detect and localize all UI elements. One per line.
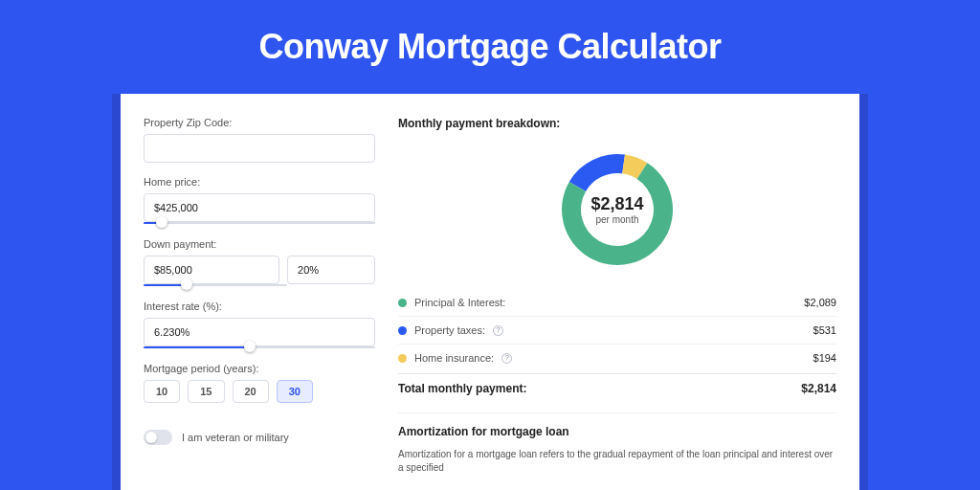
donut-caption: per month bbox=[590, 214, 643, 225]
legend-dot bbox=[398, 354, 407, 363]
total-row: Total monthly payment: $2,814 bbox=[398, 373, 836, 405]
breakdown-donut: $2,814 per month bbox=[398, 138, 836, 281]
veteran-label: I am veteran or military bbox=[182, 432, 289, 443]
breakdown-title: Monthly payment breakdown: bbox=[398, 117, 836, 130]
help-icon[interactable]: ? bbox=[501, 353, 512, 364]
legend-left: Property taxes:? bbox=[398, 324, 503, 336]
page-header: Conway Mortgage Calculator bbox=[0, 0, 980, 94]
slider-thumb[interactable] bbox=[156, 216, 167, 228]
interest-group: Interest rate (%): bbox=[144, 301, 375, 349]
home-price-label: Home price: bbox=[144, 176, 375, 188]
interest-slider[interactable] bbox=[144, 345, 375, 349]
period-option-15[interactable]: 15 bbox=[188, 380, 224, 403]
zip-group: Property Zip Code: bbox=[144, 117, 375, 163]
home-price-input[interactable] bbox=[144, 193, 375, 222]
legend-value: $531 bbox=[813, 324, 836, 336]
page-title: Conway Mortgage Calculator bbox=[0, 0, 980, 94]
veteran-row: I am veteran or military bbox=[144, 430, 375, 445]
down-payment-pct-input[interactable] bbox=[287, 256, 375, 284]
donut-amount: $2,814 bbox=[590, 194, 643, 214]
legend-row: Property taxes:?$531 bbox=[398, 317, 836, 345]
slider-fill bbox=[144, 346, 250, 348]
legend-value: $2,089 bbox=[804, 297, 836, 308]
down-payment-label: Down payment: bbox=[144, 238, 375, 250]
legend-dot bbox=[398, 326, 407, 335]
help-icon[interactable]: ? bbox=[493, 325, 503, 336]
down-payment-group: Down payment: bbox=[144, 238, 375, 287]
legend-dot bbox=[398, 299, 407, 307]
calculator-panel: Property Zip Code: Home price: Down paym… bbox=[121, 94, 859, 490]
down-payment-slider[interactable] bbox=[144, 283, 287, 287]
amortization-section: Amortization for mortgage loan Amortizat… bbox=[398, 412, 836, 475]
inputs-column: Property Zip Code: Home price: Down paym… bbox=[144, 117, 375, 490]
total-value: $2,814 bbox=[801, 382, 836, 395]
legend-label: Property taxes: bbox=[414, 324, 485, 336]
period-label: Mortgage period (years): bbox=[144, 363, 375, 374]
legend-left: Home insurance:? bbox=[398, 352, 512, 364]
home-price-slider[interactable] bbox=[144, 221, 375, 225]
slider-thumb[interactable] bbox=[244, 341, 256, 352]
legend-row: Principal & Interest:$2,089 bbox=[398, 289, 836, 317]
legend-label: Principal & Interest: bbox=[414, 297, 505, 308]
legend-left: Principal & Interest: bbox=[398, 297, 505, 308]
period-option-30[interactable]: 30 bbox=[277, 380, 313, 403]
period-group: Mortgage period (years): 10152030 bbox=[144, 363, 375, 403]
slider-thumb[interactable] bbox=[181, 278, 192, 290]
legend-label: Home insurance: bbox=[414, 352, 494, 364]
veteran-toggle[interactable] bbox=[144, 430, 172, 445]
panel-shadow: Property Zip Code: Home price: Down paym… bbox=[112, 94, 868, 490]
period-row: 10152030 bbox=[144, 380, 375, 403]
results-column: Monthly payment breakdown: $2,814 per mo… bbox=[398, 117, 836, 490]
total-label: Total monthly payment: bbox=[398, 382, 526, 395]
zip-input[interactable] bbox=[144, 134, 375, 163]
period-option-20[interactable]: 20 bbox=[233, 380, 269, 403]
breakdown-legend: Principal & Interest:$2,089Property taxe… bbox=[398, 289, 836, 371]
donut-center: $2,814 per month bbox=[590, 194, 643, 225]
interest-input[interactable] bbox=[144, 318, 375, 346]
zip-label: Property Zip Code: bbox=[144, 117, 375, 128]
home-price-group: Home price: bbox=[144, 176, 375, 225]
interest-label: Interest rate (%): bbox=[144, 301, 375, 312]
donut-slice bbox=[569, 154, 625, 191]
legend-row: Home insurance:?$194 bbox=[398, 345, 836, 371]
amortization-title: Amortization for mortgage loan bbox=[398, 425, 836, 438]
toggle-knob bbox=[145, 432, 157, 443]
slider-track bbox=[144, 222, 375, 224]
legend-value: $194 bbox=[813, 352, 836, 364]
down-payment-input[interactable] bbox=[144, 256, 279, 284]
amortization-text: Amortization for a mortgage loan refers … bbox=[398, 448, 836, 475]
period-option-10[interactable]: 10 bbox=[144, 380, 180, 403]
